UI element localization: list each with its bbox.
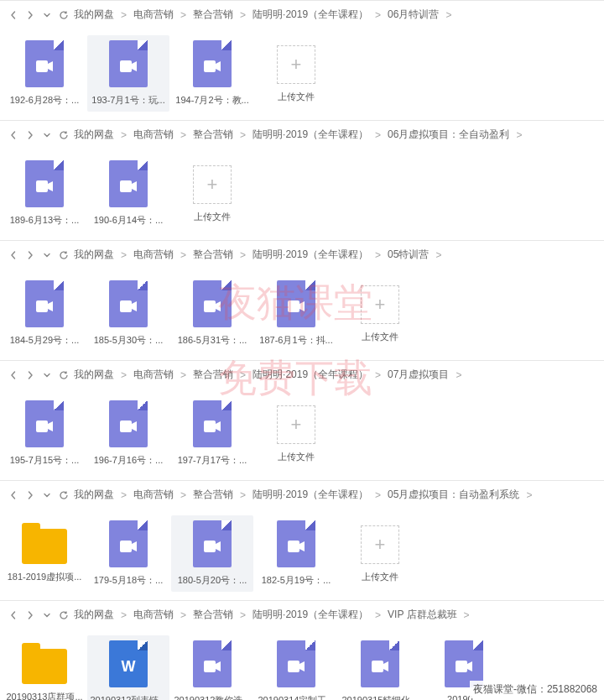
breadcrumb-segment[interactable]: 我的网盘 — [74, 8, 114, 22]
nav-dropdown-button[interactable] — [40, 609, 54, 622]
file-grid: 195-7月15号：...196-7月16号：...197-7月17号：...+… — [0, 387, 604, 480]
nav-back-button[interactable] — [7, 128, 20, 142]
file-item[interactable]: 184-5月29号：... — [3, 275, 86, 352]
nav-forward-button[interactable] — [23, 248, 37, 262]
file-item[interactable]: 187-6月1号：抖... — [255, 275, 337, 352]
video-file-icon — [109, 520, 148, 567]
breadcrumb-segment[interactable]: 电商营销 — [133, 608, 174, 622]
chevron-right-icon: > — [372, 249, 384, 261]
nav-dropdown-button[interactable] — [40, 488, 54, 502]
file-item[interactable]: 20190313店群项... — [3, 635, 86, 700]
nav-dropdown-button[interactable] — [40, 368, 54, 382]
file-item[interactable]: 182-5月19号：... — [255, 515, 337, 592]
breadcrumb-segment[interactable]: 05特训营 — [388, 248, 429, 262]
nav-refresh-button[interactable] — [57, 488, 70, 502]
file-item[interactable]: 179-5月18号：... — [87, 515, 169, 592]
nav-forward-button[interactable] — [23, 128, 37, 142]
file-item[interactable]: W20190312列表链... — [87, 635, 169, 700]
breadcrumb-segment[interactable]: 05月虚拟项目：自动盈利系统 — [388, 488, 519, 502]
file-item[interactable]: 20190312教你选... — [171, 635, 253, 700]
video-file-icon — [25, 40, 64, 87]
chevron-right-icon: > — [237, 249, 249, 261]
breadcrumb-segment[interactable]: 整合营销 — [193, 488, 233, 502]
file-item[interactable]: 196-7月16号：... — [87, 395, 169, 472]
nav-forward-button[interactable] — [23, 368, 37, 382]
svg-rect-6 — [120, 300, 132, 312]
breadcrumb-segment[interactable]: 陆明明·2019（全年课程） — [253, 368, 368, 382]
breadcrumb-segment[interactable]: 陆明明·2019（全年课程） — [253, 8, 368, 22]
chevron-right-icon: > — [237, 9, 249, 21]
breadcrumb-segment[interactable]: 整合营销 — [193, 128, 233, 142]
chevron-right-icon: > — [372, 129, 384, 141]
chevron-right-icon: > — [452, 369, 465, 381]
file-item[interactable]: 195-7月15号：... — [3, 395, 86, 472]
breadcrumb-segment[interactable]: 整合营销 — [193, 608, 233, 622]
upload-file-button[interactable]: +上传文件 — [339, 515, 421, 592]
file-label: 186-5月31号：... — [173, 334, 252, 347]
file-item[interactable]: 197-7月17号：... — [171, 395, 253, 472]
breadcrumb-segment[interactable]: 电商营销 — [133, 248, 174, 262]
nav-back-button[interactable] — [7, 488, 20, 502]
breadcrumb-segment[interactable]: 06月特训营 — [388, 8, 439, 22]
nav-dropdown-button[interactable] — [40, 8, 54, 22]
footer-watermark: 夜猫课堂-微信：251882068 — [470, 681, 601, 698]
file-item[interactable]: 20190314定制工... — [255, 635, 337, 700]
breadcrumb-segment[interactable]: 陆明明·2019（全年课程） — [253, 248, 368, 262]
nav-refresh-button[interactable] — [57, 609, 70, 622]
file-item[interactable]: 185-5月30号：... — [87, 275, 169, 352]
upload-file-button[interactable]: +上传文件 — [255, 395, 337, 472]
word-file-icon: W — [109, 640, 148, 687]
breadcrumb-segment[interactable]: 我的网盘 — [74, 128, 114, 142]
nav-back-button[interactable] — [7, 8, 20, 22]
breadcrumb-segment[interactable]: 整合营销 — [193, 8, 233, 22]
file-label: 184-5月29号：... — [5, 334, 84, 347]
breadcrumb-segment[interactable]: 整合营销 — [193, 368, 233, 382]
nav-back-button[interactable] — [7, 368, 20, 382]
breadcrumb-segment[interactable]: 电商营销 — [133, 368, 174, 382]
breadcrumb-segment[interactable]: 陆明明·2019（全年课程） — [253, 128, 368, 142]
breadcrumb-segment[interactable]: 电商营销 — [133, 128, 174, 142]
breadcrumb-segment[interactable]: 06月虚拟项目：全自动盈利 — [388, 128, 509, 142]
upload-file-button[interactable]: +上传文件 — [255, 35, 337, 112]
breadcrumb-segment[interactable]: 陆明明·2019（全年课程） — [253, 608, 368, 622]
nav-back-button[interactable] — [7, 609, 20, 622]
nav-dropdown-button[interactable] — [40, 128, 54, 142]
nav-refresh-button[interactable] — [57, 8, 70, 22]
breadcrumb-segment[interactable]: 我的网盘 — [74, 608, 114, 622]
nav-refresh-button[interactable] — [57, 128, 70, 142]
file-item[interactable]: 189-6月13号：... — [3, 155, 86, 232]
nav-forward-button[interactable] — [23, 609, 37, 622]
nav-refresh-button[interactable] — [57, 248, 70, 262]
file-item[interactable]: 181-2019虚拟项... — [3, 515, 86, 592]
file-item[interactable]: 180-5月20号：... — [171, 515, 253, 592]
chevron-right-icon: > — [237, 129, 249, 141]
nav-dropdown-button[interactable] — [40, 248, 54, 262]
video-file-icon — [25, 400, 64, 447]
breadcrumb-segment[interactable]: 我的网盘 — [74, 368, 114, 382]
breadcrumb-segment[interactable]: 陆明明·2019（全年课程） — [253, 488, 368, 502]
nav-forward-button[interactable] — [23, 488, 37, 502]
file-item[interactable]: 190-6月14号：... — [87, 155, 169, 232]
breadcrumb-segment[interactable]: 我的网盘 — [74, 488, 114, 502]
breadcrumb-segment[interactable]: VIP 店群总裁班 — [388, 608, 456, 622]
breadcrumb-segment[interactable]: 07月虚拟项目 — [388, 368, 449, 382]
file-item[interactable]: 194-7月2号：教... — [171, 35, 253, 112]
breadcrumb-segment[interactable]: 整合营销 — [193, 248, 233, 262]
upload-file-button[interactable]: +上传文件 — [171, 155, 253, 232]
file-item[interactable]: 20190315精细化... — [339, 635, 421, 700]
nav-back-button[interactable] — [7, 248, 20, 262]
svg-rect-12 — [120, 541, 132, 552]
video-file-icon — [109, 400, 148, 447]
chevron-right-icon: > — [177, 249, 190, 261]
breadcrumb-segment[interactable]: 我的网盘 — [74, 248, 114, 262]
nav-refresh-button[interactable] — [57, 368, 70, 382]
breadcrumb-segment[interactable]: 电商营销 — [133, 488, 174, 502]
file-label: 20190314定制工... — [257, 694, 336, 700]
file-item[interactable]: 192-6月28号：... — [3, 35, 86, 112]
upload-file-button[interactable]: +上传文件 — [339, 275, 421, 352]
upload-placeholder-icon: + — [193, 165, 232, 204]
file-item[interactable]: 193-7月1号：玩... — [87, 35, 169, 112]
nav-forward-button[interactable] — [23, 8, 37, 22]
breadcrumb-segment[interactable]: 电商营销 — [133, 8, 174, 22]
file-item[interactable]: 186-5月31号：... — [171, 275, 253, 352]
